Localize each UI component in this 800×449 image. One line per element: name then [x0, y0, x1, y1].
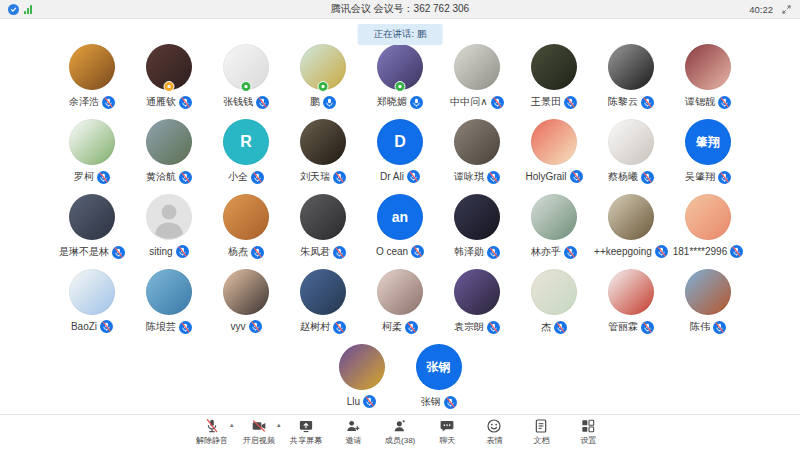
avatar	[69, 44, 115, 90]
apps-icon	[580, 418, 596, 434]
participant-tile[interactable]: 朱凤君	[285, 192, 362, 267]
toolbar-doc-button[interactable]: 文档	[518, 417, 565, 447]
participant-name: 袁宗朗	[454, 320, 484, 334]
mic-muted-icon	[570, 170, 583, 183]
participant-tile[interactable]: 王景田	[516, 42, 593, 117]
mic-muted-icon	[179, 321, 192, 334]
participant-tile[interactable]: siting	[131, 192, 208, 267]
mic-muted-icon	[179, 96, 192, 109]
screen-share-icon	[298, 418, 314, 434]
participant-tile[interactable]: 陈埌芸	[131, 267, 208, 342]
meeting-title: 腾讯会议 会议号：362 762 306	[0, 0, 800, 18]
participant-tile[interactable]: ++keepgoing	[593, 192, 670, 267]
participant-tile[interactable]: 张钱钱	[208, 42, 285, 117]
participant-tile[interactable]: 杰	[516, 267, 593, 342]
participant-tile[interactable]: BaoZi	[54, 267, 131, 342]
participant-tile[interactable]: 黄洽航	[131, 117, 208, 192]
fullscreen-icon[interactable]	[781, 4, 792, 15]
participant-tile[interactable]: Llu	[323, 342, 400, 417]
participant-name: 杰	[541, 320, 551, 334]
orange-status-badge	[164, 81, 175, 92]
participant-name: 张钢	[421, 395, 441, 409]
avatar: D	[377, 119, 423, 165]
participant-tile[interactable]: 刘天瑞	[285, 117, 362, 192]
participant-name: 陈埌芸	[146, 320, 176, 334]
participant-tile[interactable]: 袁宗朗	[439, 267, 516, 342]
avatar-text: 张钢	[427, 361, 451, 373]
participant-tile[interactable]: 谭咏琪	[439, 117, 516, 192]
participant-name: 朱凤君	[300, 245, 330, 259]
participant-name: 陈黎云	[608, 95, 638, 109]
chat-icon	[439, 418, 455, 434]
participant-tile[interactable]: 蔡杨曦	[593, 117, 670, 192]
participant-tile[interactable]: vyv	[208, 267, 285, 342]
members-icon	[392, 418, 408, 434]
participant-row: BaoZi 陈埌芸 vyv 赵树村 柯柔 袁宗朗 杰 管丽霖 陈伟	[0, 267, 800, 342]
participant-tile[interactable]: R小全	[208, 117, 285, 192]
toolbar-members-button[interactable]: 成员(38)	[377, 417, 424, 447]
avatar	[223, 269, 269, 315]
mic-muted-icon	[176, 245, 189, 258]
avatar-text: 肇翔	[696, 136, 720, 148]
mic-muted-icon	[641, 96, 654, 109]
participant-tile[interactable]: 鹏	[285, 42, 362, 117]
toolbar-chat-button[interactable]: 聊天	[424, 417, 471, 447]
participant-tile[interactable]: 陈黎云	[593, 42, 670, 117]
participant-tile[interactable]: 中中问∧	[439, 42, 516, 117]
avatar: an	[377, 194, 423, 240]
participant-tile[interactable]: 赵树村	[285, 267, 362, 342]
participant-tile[interactable]: 罗柯	[54, 117, 131, 192]
toolbar-emoji-button[interactable]: 表情	[471, 417, 518, 447]
participant-tile[interactable]: 杨焘	[208, 192, 285, 267]
participant-tile[interactable]: 余泽浩	[54, 42, 131, 117]
participant-name: 刘天瑞	[300, 170, 330, 184]
avatar	[146, 269, 192, 315]
participant-name: 谭锶靓	[685, 95, 715, 109]
participant-tile[interactable]: 张钢张钢	[400, 342, 477, 417]
participant-tile[interactable]: DDr Ali	[362, 117, 439, 192]
mic-muted-icon	[641, 171, 654, 184]
participant-name: 罗柯	[74, 170, 94, 184]
avatar	[69, 194, 115, 240]
avatar	[685, 44, 731, 90]
participant-tile[interactable]: 是琳不是林	[54, 192, 131, 267]
participant-tile[interactable]: anO cean	[362, 192, 439, 267]
caret-up-icon[interactable]: ▴	[230, 421, 234, 428]
toolbar-invite-button[interactable]: 邀请	[330, 417, 377, 447]
participant-tile[interactable]: 林亦乎	[516, 192, 593, 267]
toolbar-screen-share-button[interactable]: 共享屏幕	[283, 417, 330, 447]
avatar	[454, 119, 500, 165]
toolbar-label: 表情	[486, 435, 502, 446]
participant-name: HolyGrail	[525, 171, 566, 182]
participant-tile[interactable]: 肇翔吴肇翔	[670, 117, 747, 192]
participant-name: 是琳不是林	[59, 245, 109, 259]
avatar	[69, 119, 115, 165]
avatar	[454, 194, 500, 240]
mic-muted-icon	[251, 171, 264, 184]
caret-up-icon[interactable]: ▴	[277, 421, 281, 428]
mic-muted-icon	[491, 96, 504, 109]
participant-name: 陈伟	[690, 320, 710, 334]
participant-tile[interactable]: 通雁钦	[131, 42, 208, 117]
avatar	[531, 44, 577, 90]
mic-muted-icon	[112, 246, 125, 259]
mic-muted-icon	[411, 245, 424, 258]
participant-tile[interactable]: HolyGrail	[516, 117, 593, 192]
participant-tile[interactable]: 管丽霖	[593, 267, 670, 342]
toolbar-apps-button[interactable]: 设置	[565, 417, 612, 447]
toolbar-label: 开启视频	[243, 435, 275, 446]
doc-icon	[533, 418, 549, 434]
participant-name: 181****2996	[673, 246, 728, 257]
avatar-text: D	[394, 134, 406, 150]
toolbar-camera-off-button[interactable]: ▴开启视频	[236, 417, 283, 447]
toolbar-mic-muted-button[interactable]: ▴解除静音	[189, 417, 236, 447]
participant-tile[interactable]: 韩泽勋	[439, 192, 516, 267]
participant-name: 韩泽勋	[454, 245, 484, 259]
avatar	[454, 44, 500, 90]
participant-tile[interactable]: 郑晓媚	[362, 42, 439, 117]
mic-muted-icon	[444, 396, 457, 409]
participant-tile[interactable]: 柯柔	[362, 267, 439, 342]
participant-tile[interactable]: 181****2996	[670, 192, 747, 267]
participant-tile[interactable]: 陈伟	[670, 267, 747, 342]
participant-tile[interactable]: 谭锶靓	[670, 42, 747, 117]
